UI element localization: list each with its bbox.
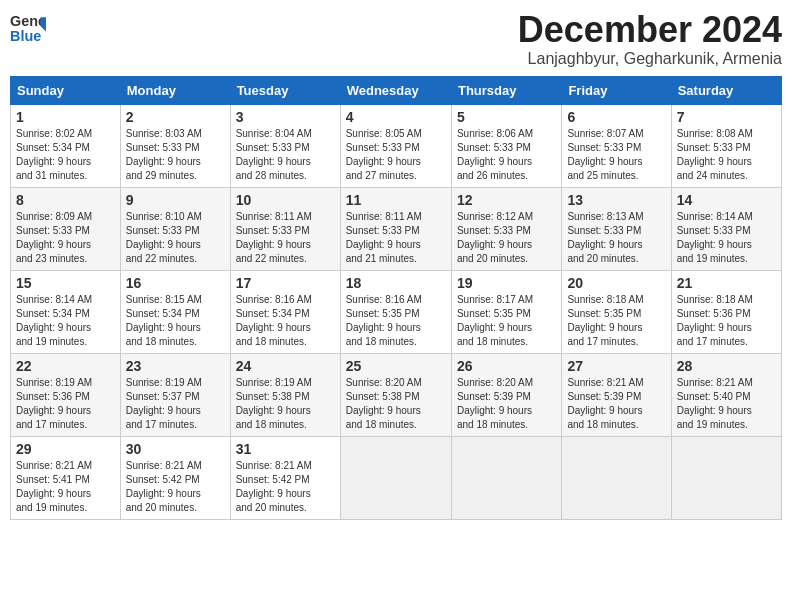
day-info: Sunrise: 8:15 AMSunset: 5:34 PMDaylight:… [126,293,225,349]
day-info: Sunrise: 8:19 AMSunset: 5:37 PMDaylight:… [126,376,225,432]
logo-icon: General Blue [10,10,46,46]
day-number: 8 [16,192,115,208]
table-row: 5Sunrise: 8:06 AMSunset: 5:33 PMDaylight… [451,104,561,187]
day-info: Sunrise: 8:03 AMSunset: 5:33 PMDaylight:… [126,127,225,183]
table-row: 15Sunrise: 8:14 AMSunset: 5:34 PMDayligh… [11,270,121,353]
day-info: Sunrise: 8:21 AMSunset: 5:39 PMDaylight:… [567,376,665,432]
table-row: 23Sunrise: 8:19 AMSunset: 5:37 PMDayligh… [120,353,230,436]
table-row: 19Sunrise: 8:17 AMSunset: 5:35 PMDayligh… [451,270,561,353]
day-info: Sunrise: 8:20 AMSunset: 5:39 PMDaylight:… [457,376,556,432]
logo: General Blue [10,10,46,46]
calendar-table: Sunday Monday Tuesday Wednesday Thursday… [10,76,782,520]
day-number: 15 [16,275,115,291]
calendar-week-row: 15Sunrise: 8:14 AMSunset: 5:34 PMDayligh… [11,270,782,353]
location: Lanjaghbyur, Gegharkunik, Armenia [518,50,782,68]
day-number: 21 [677,275,776,291]
table-row: 10Sunrise: 8:11 AMSunset: 5:33 PMDayligh… [230,187,340,270]
table-row [340,436,451,519]
day-info: Sunrise: 8:17 AMSunset: 5:35 PMDaylight:… [457,293,556,349]
day-number: 17 [236,275,335,291]
day-info: Sunrise: 8:13 AMSunset: 5:33 PMDaylight:… [567,210,665,266]
day-number: 16 [126,275,225,291]
table-row [562,436,671,519]
day-info: Sunrise: 8:16 AMSunset: 5:34 PMDaylight:… [236,293,335,349]
day-number: 20 [567,275,665,291]
day-number: 18 [346,275,446,291]
col-friday: Friday [562,76,671,104]
day-number: 19 [457,275,556,291]
title-block: December 2024 Lanjaghbyur, Gegharkunik, … [518,10,782,68]
table-row: 2Sunrise: 8:03 AMSunset: 5:33 PMDaylight… [120,104,230,187]
day-info: Sunrise: 8:18 AMSunset: 5:35 PMDaylight:… [567,293,665,349]
table-row: 17Sunrise: 8:16 AMSunset: 5:34 PMDayligh… [230,270,340,353]
day-number: 11 [346,192,446,208]
table-row: 12Sunrise: 8:12 AMSunset: 5:33 PMDayligh… [451,187,561,270]
day-info: Sunrise: 8:21 AMSunset: 5:42 PMDaylight:… [236,459,335,515]
day-number: 25 [346,358,446,374]
day-info: Sunrise: 8:11 AMSunset: 5:33 PMDaylight:… [346,210,446,266]
table-row: 26Sunrise: 8:20 AMSunset: 5:39 PMDayligh… [451,353,561,436]
day-number: 27 [567,358,665,374]
day-number: 12 [457,192,556,208]
day-number: 4 [346,109,446,125]
day-info: Sunrise: 8:14 AMSunset: 5:34 PMDaylight:… [16,293,115,349]
day-info: Sunrise: 8:07 AMSunset: 5:33 PMDaylight:… [567,127,665,183]
table-row: 3Sunrise: 8:04 AMSunset: 5:33 PMDaylight… [230,104,340,187]
day-number: 5 [457,109,556,125]
calendar-week-row: 8Sunrise: 8:09 AMSunset: 5:33 PMDaylight… [11,187,782,270]
col-thursday: Thursday [451,76,561,104]
day-info: Sunrise: 8:21 AMSunset: 5:42 PMDaylight:… [126,459,225,515]
svg-marker-2 [41,17,46,31]
day-number: 23 [126,358,225,374]
table-row: 9Sunrise: 8:10 AMSunset: 5:33 PMDaylight… [120,187,230,270]
day-number: 9 [126,192,225,208]
table-row: 6Sunrise: 8:07 AMSunset: 5:33 PMDaylight… [562,104,671,187]
day-number: 7 [677,109,776,125]
calendar-week-row: 22Sunrise: 8:19 AMSunset: 5:36 PMDayligh… [11,353,782,436]
day-info: Sunrise: 8:21 AMSunset: 5:40 PMDaylight:… [677,376,776,432]
svg-text:Blue: Blue [10,28,41,44]
table-row: 20Sunrise: 8:18 AMSunset: 5:35 PMDayligh… [562,270,671,353]
day-info: Sunrise: 8:18 AMSunset: 5:36 PMDaylight:… [677,293,776,349]
table-row: 22Sunrise: 8:19 AMSunset: 5:36 PMDayligh… [11,353,121,436]
table-row [451,436,561,519]
table-row: 1Sunrise: 8:02 AMSunset: 5:34 PMDaylight… [11,104,121,187]
day-info: Sunrise: 8:20 AMSunset: 5:38 PMDaylight:… [346,376,446,432]
day-number: 31 [236,441,335,457]
day-number: 28 [677,358,776,374]
day-number: 1 [16,109,115,125]
calendar-header-row: Sunday Monday Tuesday Wednesday Thursday… [11,76,782,104]
day-info: Sunrise: 8:09 AMSunset: 5:33 PMDaylight:… [16,210,115,266]
day-info: Sunrise: 8:12 AMSunset: 5:33 PMDaylight:… [457,210,556,266]
table-row: 29Sunrise: 8:21 AMSunset: 5:41 PMDayligh… [11,436,121,519]
calendar-week-row: 1Sunrise: 8:02 AMSunset: 5:34 PMDaylight… [11,104,782,187]
day-number: 2 [126,109,225,125]
day-number: 22 [16,358,115,374]
table-row: 27Sunrise: 8:21 AMSunset: 5:39 PMDayligh… [562,353,671,436]
table-row: 28Sunrise: 8:21 AMSunset: 5:40 PMDayligh… [671,353,781,436]
table-row: 7Sunrise: 8:08 AMSunset: 5:33 PMDaylight… [671,104,781,187]
day-number: 30 [126,441,225,457]
day-number: 29 [16,441,115,457]
day-info: Sunrise: 8:14 AMSunset: 5:33 PMDaylight:… [677,210,776,266]
day-number: 13 [567,192,665,208]
day-info: Sunrise: 8:21 AMSunset: 5:41 PMDaylight:… [16,459,115,515]
table-row: 13Sunrise: 8:13 AMSunset: 5:33 PMDayligh… [562,187,671,270]
table-row: 18Sunrise: 8:16 AMSunset: 5:35 PMDayligh… [340,270,451,353]
day-number: 24 [236,358,335,374]
day-number: 3 [236,109,335,125]
table-row: 11Sunrise: 8:11 AMSunset: 5:33 PMDayligh… [340,187,451,270]
calendar-week-row: 29Sunrise: 8:21 AMSunset: 5:41 PMDayligh… [11,436,782,519]
table-row: 4Sunrise: 8:05 AMSunset: 5:33 PMDaylight… [340,104,451,187]
day-info: Sunrise: 8:08 AMSunset: 5:33 PMDaylight:… [677,127,776,183]
table-row: 8Sunrise: 8:09 AMSunset: 5:33 PMDaylight… [11,187,121,270]
day-info: Sunrise: 8:06 AMSunset: 5:33 PMDaylight:… [457,127,556,183]
day-info: Sunrise: 8:11 AMSunset: 5:33 PMDaylight:… [236,210,335,266]
table-row: 25Sunrise: 8:20 AMSunset: 5:38 PMDayligh… [340,353,451,436]
day-info: Sunrise: 8:19 AMSunset: 5:38 PMDaylight:… [236,376,335,432]
day-number: 6 [567,109,665,125]
month-title: December 2024 [518,10,782,50]
table-row: 14Sunrise: 8:14 AMSunset: 5:33 PMDayligh… [671,187,781,270]
day-number: 14 [677,192,776,208]
col-sunday: Sunday [11,76,121,104]
